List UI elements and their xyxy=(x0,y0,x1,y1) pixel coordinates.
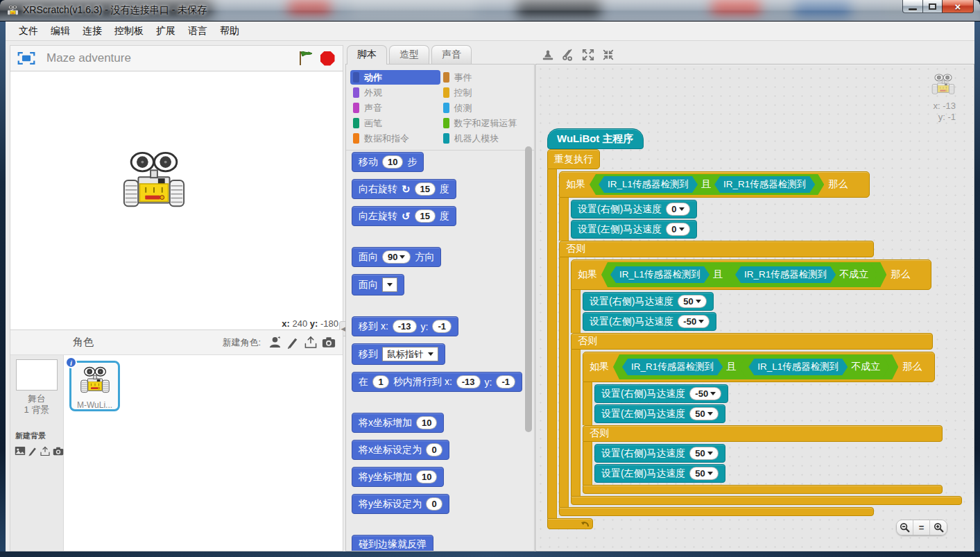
presentation-mode-icon[interactable] xyxy=(17,51,35,65)
new-backdrop-paint-icon[interactable] xyxy=(28,443,37,459)
tab-scripts[interactable]: 脚本 xyxy=(347,45,387,65)
not-operator[interactable]: IR_R1传感器检测到 不成立 xyxy=(726,264,877,285)
degrees-input[interactable]: 15 xyxy=(415,209,436,223)
set-right-motor-block[interactable]: 设置(右侧)马达速度-50 xyxy=(594,384,728,403)
speed-dropdown[interactable]: 0 xyxy=(666,223,689,236)
speed-dropdown[interactable]: 50 xyxy=(689,447,718,460)
set-left-motor-block[interactable]: 设置(左侧)马达速度-50 xyxy=(583,312,716,331)
category-robot[interactable]: 机器人模块 xyxy=(440,131,531,146)
new-sprite-paint-icon[interactable] xyxy=(284,335,301,350)
tab-sounds[interactable]: 声音 xyxy=(431,45,472,65)
palette-scrollbar-thumb[interactable] xyxy=(525,146,532,432)
if3-header[interactable]: 如果 IR_R1传感器检测到 且 IR_L1传感器检测到 xyxy=(583,352,935,382)
block-point-direction[interactable]: 面向90方向 xyxy=(352,247,441,267)
degrees-input[interactable]: 15 xyxy=(415,182,436,196)
dx-input[interactable]: 10 xyxy=(416,416,437,429)
menu-extensions[interactable]: 扩展 xyxy=(150,22,182,40)
goto-dropdown[interactable]: 鼠标指针 xyxy=(382,347,438,361)
category-pen[interactable]: 画笔 xyxy=(350,116,440,130)
x-input[interactable]: -13 xyxy=(393,320,417,333)
block-set-x[interactable]: 将x坐标设定为0 xyxy=(352,440,449,460)
title-bar[interactable]: XRScratch(v1.6.3) - 没有连接串口 - 未保存 × xyxy=(0,0,980,22)
speed-dropdown[interactable]: 50 xyxy=(689,407,718,420)
new-backdrop-camera-icon[interactable] xyxy=(53,443,64,459)
menu-edit[interactable]: 编辑 xyxy=(44,22,76,40)
menu-board[interactable]: 控制板 xyxy=(108,22,150,40)
block-goto-mouse[interactable]: 移到鼠标指针 xyxy=(352,343,445,365)
x-input[interactable]: -13 xyxy=(456,375,481,388)
set-right-motor-block[interactable]: 设置(右侧)马达速度0 xyxy=(571,200,697,218)
if-else-block-2[interactable]: 如果 IR_L1传感器检测到 且 IR_R1传感器检测到 不成立 xyxy=(571,259,962,505)
category-sensing[interactable]: 侦测 xyxy=(440,101,531,115)
new-backdrop-library-icon[interactable] xyxy=(15,443,26,459)
sensor-ir-l1[interactable]: IR_L1传感器检测到 xyxy=(599,176,698,193)
category-control[interactable]: 控制 xyxy=(440,85,531,100)
sprite-info-icon[interactable]: i xyxy=(65,357,77,368)
shrink-sprite-icon[interactable] xyxy=(601,48,614,61)
seconds-input[interactable]: 1 xyxy=(372,375,389,388)
stage-thumbnail[interactable] xyxy=(16,359,58,391)
speed-dropdown[interactable]: -50 xyxy=(689,387,721,400)
steps-input[interactable]: 10 xyxy=(382,155,403,169)
maximize-button[interactable] xyxy=(922,0,943,13)
towards-dropdown[interactable] xyxy=(382,277,397,292)
forever-header[interactable]: 重复执行 xyxy=(547,149,600,169)
and-operator[interactable]: IR_L1传感器检测到 且 IR_R1传感器检测到 不成立 xyxy=(601,262,886,287)
block-turn-right[interactable]: 向右旋转↻15度 xyxy=(352,179,456,199)
new-sprite-camera-icon[interactable] xyxy=(320,335,337,350)
if3-else-bar[interactable]: 否则 xyxy=(583,425,943,442)
block-change-x[interactable]: 将x坐标增加10 xyxy=(352,413,444,433)
menu-help[interactable]: 帮助 xyxy=(214,22,246,40)
zoom-reset-button[interactable]: = xyxy=(913,520,930,535)
menu-language[interactable]: 语言 xyxy=(182,22,214,40)
block-point-towards[interactable]: 面向 xyxy=(352,274,404,295)
speed-dropdown[interactable]: -50 xyxy=(678,315,710,328)
sensor-ir-r1[interactable]: IR_R1传感器检测到 xyxy=(622,359,723,375)
set-left-motor-block[interactable]: 设置(左侧)马达速度50 xyxy=(594,404,725,423)
green-flag-button[interactable] xyxy=(298,50,314,67)
minimize-button[interactable] xyxy=(902,0,923,13)
set-right-motor-block[interactable]: 设置(右侧)马达速度50 xyxy=(594,444,725,463)
y-input[interactable]: -1 xyxy=(432,320,452,333)
if2-else-bar[interactable]: 否则 xyxy=(571,333,933,350)
block-goto-xy[interactable]: 移到 x:-13y:-1 xyxy=(352,316,458,336)
y-input[interactable]: -1 xyxy=(496,375,515,388)
if2-header[interactable]: 如果 IR_L1传感器检测到 且 IR_R1传感器检测到 不成立 xyxy=(571,259,931,290)
speed-dropdown[interactable]: 0 xyxy=(666,203,689,216)
sprite-card-wulibot[interactable]: i M-WuLi... xyxy=(69,361,120,411)
menu-file[interactable]: 文件 xyxy=(12,22,44,40)
block-bounce-on-edge[interactable]: 碰到边缘就反弹 xyxy=(352,535,433,551)
x-input[interactable]: 0 xyxy=(426,443,442,456)
category-sound[interactable]: 声音 xyxy=(350,101,440,115)
hat-block-main-program[interactable]: WuLiBot 主程序 xyxy=(547,128,644,149)
forever-block[interactable]: 重复执行 如果 IR_L1传感器检测到 且 xyxy=(547,149,962,529)
category-events[interactable]: 事件 xyxy=(440,70,531,85)
dy-input[interactable]: 10 xyxy=(416,470,437,483)
sensor-ir-l1[interactable]: IR_L1传感器检测到 xyxy=(748,359,848,375)
menu-connect[interactable]: 连接 xyxy=(76,22,108,40)
not-operator[interactable]: IR_L1传感器检测到 不成立 xyxy=(739,357,889,377)
block-move-steps[interactable]: 移动10步 xyxy=(352,152,424,172)
sensor-ir-l1[interactable]: IR_L1传感器检测到 xyxy=(610,266,710,283)
stop-button[interactable] xyxy=(319,50,336,67)
tab-costumes[interactable]: 造型 xyxy=(389,45,429,65)
block-turn-left[interactable]: 向左旋转↺15度 xyxy=(352,206,456,226)
sensor-ir-r1[interactable]: IR_R1传感器检测到 xyxy=(714,176,815,193)
speed-dropdown[interactable]: 50 xyxy=(689,467,718,480)
block-change-y[interactable]: 将y坐标增加10 xyxy=(352,467,444,487)
close-button[interactable]: × xyxy=(942,0,974,13)
zoom-in-button[interactable] xyxy=(930,520,947,535)
speed-dropdown[interactable]: 50 xyxy=(678,295,706,308)
y-input[interactable]: 0 xyxy=(426,497,442,511)
if-else-block-1[interactable]: 如果 IR_L1传感器检测到 且 IR_R1传感器检测到 那么 xyxy=(559,171,962,516)
category-looks[interactable]: 外观 xyxy=(350,85,440,100)
stage-canvas[interactable]: x: 240 y: -180 ◀ xyxy=(10,71,343,330)
category-motion[interactable]: 动作 xyxy=(350,70,440,85)
set-left-motor-block[interactable]: 设置(左侧)马达速度0 xyxy=(571,220,697,239)
set-left-motor-block[interactable]: 设置(左侧)马达速度50 xyxy=(594,464,725,483)
sensor-ir-r1[interactable]: IR_R1传感器检测到 xyxy=(735,266,836,283)
grow-sprite-icon[interactable] xyxy=(581,48,594,61)
and-operator[interactable]: IR_R1传感器检测到 且 IR_L1传感器检测到 不成立 xyxy=(613,354,898,379)
new-backdrop-upload-icon[interactable] xyxy=(40,443,51,459)
script-workspace[interactable]: x: -13 y: -1 WuLiBot 主程序 重复执行 xyxy=(535,64,974,551)
